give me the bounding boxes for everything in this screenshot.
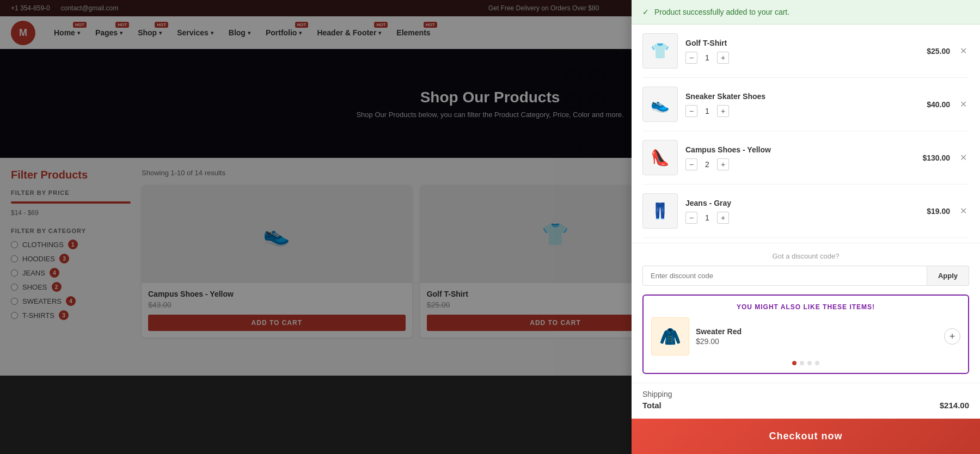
upsell-item-name: Sweater Red <box>696 327 742 336</box>
total-value: $214.00 <box>940 401 969 410</box>
cart-item-name-jeans-gray: Jeans - Gray <box>685 199 919 207</box>
cart-items-list: 👕 Golf T-Shirt − 1 + $25.00 ✕ 👟 Sneaker … <box>632 24 980 243</box>
cart-item-name-sneaker-skater: Sneaker Skater Shoes <box>685 92 919 101</box>
checkout-button[interactable]: Checkout now <box>632 419 980 454</box>
qty-value-golf-tshirt: 1 <box>703 53 712 62</box>
total-row: Total $214.00 <box>642 401 969 410</box>
qty-increase-campus-shoes[interactable]: + <box>717 158 729 170</box>
remove-item-jeans-gray[interactable]: ✕ <box>958 206 969 216</box>
discount-section: Got a discount code? Apply <box>632 243 980 295</box>
cart-item-name-golf-tshirt: Golf T-Shirt <box>685 39 919 47</box>
upsell-section: YOU MIGHT ALSO LIKE THESE ITEMS! 🧥 Sweat… <box>642 295 969 374</box>
cart-success-banner: ✓ Product successfully added to your car… <box>632 0 980 24</box>
cart-item-image-sneaker-skater: 👟 <box>642 87 678 122</box>
upsell-dot-1[interactable] <box>792 361 797 365</box>
upsell-dots <box>651 361 960 365</box>
upsell-item-image: 🧥 <box>651 317 689 355</box>
qty-decrease-campus-shoes[interactable]: − <box>685 158 697 170</box>
cart-item-image-campus-shoes: 👠 <box>642 140 678 175</box>
discount-input-row: Apply <box>642 266 969 286</box>
qty-decrease-golf-tshirt[interactable]: − <box>685 52 697 64</box>
cart-item-qty-golf-tshirt: − 1 + <box>685 52 919 64</box>
remove-item-golf-tshirt[interactable]: ✕ <box>958 46 969 56</box>
cart-item-qty-sneaker-skater: − 1 + <box>685 105 919 117</box>
success-message: Product successfully added to your cart. <box>654 8 789 16</box>
cart-item-price-golf-tshirt: $25.00 <box>927 47 950 56</box>
qty-increase-sneaker-skater[interactable]: + <box>717 105 729 117</box>
qty-increase-jeans-gray[interactable]: + <box>717 212 729 224</box>
cart-item-campus-shoes: 👠 Campus Shoes - Yellow − 2 + $130.00 ✕ <box>642 131 969 185</box>
cart-item-name-campus-shoes: Campus Shoes - Yellow <box>685 145 915 154</box>
shipping-row: Shipping <box>642 390 969 398</box>
qty-increase-golf-tshirt[interactable]: + <box>717 52 729 64</box>
remove-item-sneaker-skater[interactable]: ✕ <box>958 99 969 109</box>
cart-panel: ✓ Product successfully added to your car… <box>632 0 980 454</box>
qty-decrease-sneaker-skater[interactable]: − <box>685 105 697 117</box>
cart-item-golf-tshirt: 👕 Golf T-Shirt − 1 + $25.00 ✕ <box>642 24 969 78</box>
qty-value-sneaker-skater: 1 <box>703 107 712 115</box>
upsell-add-button[interactable]: + <box>944 328 960 345</box>
cart-item-price-sneaker-skater: $40.00 <box>927 100 950 109</box>
qty-value-jeans-gray: 1 <box>703 213 712 222</box>
upsell-title: YOU MIGHT ALSO LIKE THESE ITEMS! <box>651 303 960 311</box>
background-overlay <box>0 0 632 454</box>
qty-decrease-jeans-gray[interactable]: − <box>685 212 697 224</box>
upsell-dot-4[interactable] <box>815 361 819 365</box>
shipping-label: Shipping <box>642 390 672 398</box>
upsell-item-price: $29.00 <box>696 337 742 346</box>
discount-code-input[interactable] <box>642 266 927 286</box>
cart-item-image-jeans-gray: 👖 <box>642 193 678 229</box>
cart-item-price-campus-shoes: $130.00 <box>922 154 950 162</box>
cart-item-price-jeans-gray: $19.00 <box>927 207 950 216</box>
cart-item-jeans-gray: 👖 Jeans - Gray − 1 + $19.00 ✕ <box>642 185 969 238</box>
cart-item-qty-jeans-gray: − 1 + <box>685 212 919 224</box>
upsell-dot-2[interactable] <box>800 361 804 365</box>
apply-discount-button[interactable]: Apply <box>927 266 969 286</box>
cart-item-qty-campus-shoes: − 2 + <box>685 158 915 170</box>
qty-value-campus-shoes: 2 <box>703 160 712 169</box>
remove-item-campus-shoes[interactable]: ✕ <box>958 152 969 163</box>
success-icon: ✓ <box>642 8 649 16</box>
upsell-item: 🧥 Sweater Red $29.00 + <box>651 317 960 355</box>
discount-label: Got a discount code? <box>642 252 969 260</box>
cart-item-image-golf-tshirt: 👕 <box>642 33 678 69</box>
upsell-dot-3[interactable] <box>807 361 812 365</box>
cart-totals: Shipping Total $214.00 <box>632 383 980 419</box>
total-label: Total <box>642 401 661 410</box>
cart-item-sneaker-skater: 👟 Sneaker Skater Shoes − 1 + $40.00 ✕ <box>642 78 969 131</box>
